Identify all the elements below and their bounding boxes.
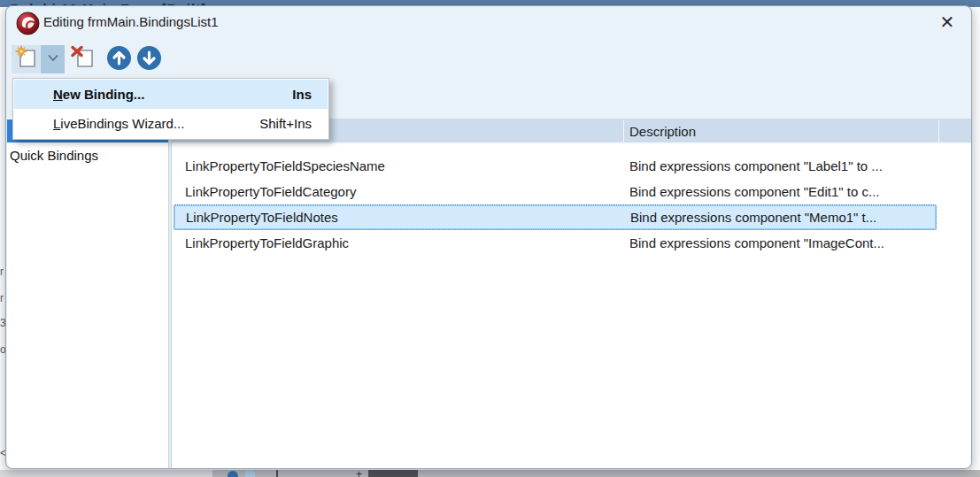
move-down-button[interactable] (135, 45, 162, 73)
bindings-list-panel: Description LinkPropertyToFieldSpeciesNa… (172, 119, 971, 468)
binding-row[interactable]: LinkPropertyToFieldCategory Bind express… (174, 179, 937, 204)
menu-item-label: New Binding... (53, 87, 144, 102)
screen: Delphi 10 Main Form [Built] r r 3 o < + (0, 0, 980, 477)
binding-row[interactable]: LinkPropertyToFieldSpeciesName Bind expr… (174, 153, 937, 179)
arrow-down-circle-icon (136, 45, 162, 74)
bindings-list-editor-dialog: Editing frmMain.BindingsList1 ✕ (5, 5, 972, 469)
taskbar-glyph-fragment: + (356, 470, 365, 477)
binding-name: LinkPropertyToFieldGraphic (185, 230, 349, 256)
background-text-fragment: r (0, 265, 4, 278)
binding-row[interactable]: LinkPropertyToFieldGraphic Bind expressi… (174, 230, 937, 256)
menu-item-livebindings-wizard[interactable]: LiveBindings Wizard... Shift+Ins (14, 109, 328, 138)
dialog-titlebar[interactable]: Editing frmMain.BindingsList1 ✕ (6, 6, 971, 42)
menu-item-new-binding[interactable]: New Binding... Ins (14, 80, 328, 109)
dialog-title: Editing frmMain.BindingsList1 (43, 14, 219, 29)
new-binding-button[interactable] (12, 45, 41, 73)
binding-name: LinkPropertyToFieldCategory (185, 179, 356, 204)
column-separator[interactable] (938, 120, 939, 142)
taskbar-app-icon (228, 471, 238, 477)
binding-name: LinkPropertyToFieldNotes (186, 205, 338, 229)
new-binding-dropdown-button[interactable] (41, 45, 65, 73)
taskbar-divider (276, 470, 278, 477)
taskbar-dark-segment (368, 470, 418, 477)
delphi-app-icon (16, 12, 40, 35)
categories-panel: Quick Bindings (7, 119, 168, 468)
binding-row-selected[interactable]: LinkPropertyToFieldNotes Bind expression… (174, 204, 937, 230)
binding-description: Bind expressions component "Label1" to .… (629, 153, 883, 179)
taskbar-light-segment (0, 470, 212, 477)
delete-page-icon (70, 45, 96, 73)
new-page-star-icon (14, 45, 39, 73)
menu-shortcut: Ins (292, 87, 312, 102)
toolbar (6, 43, 971, 77)
delete-binding-button[interactable] (67, 45, 98, 73)
background-taskbar-strip: + (0, 470, 980, 477)
category-item-quick-bindings[interactable]: Quick Bindings (10, 145, 166, 166)
new-binding-dropdown-menu: New Binding... Ins LiveBindings Wizard..… (12, 78, 329, 140)
binding-description: Bind expressions component "Memo1" t... (630, 205, 876, 229)
menu-shortcut: Shift+Ins (259, 116, 312, 131)
close-icon[interactable]: ✕ (936, 11, 959, 34)
binding-description: Bind expressions component "Edit1" to c.… (629, 179, 879, 204)
background-text-fragment: r (0, 292, 4, 304)
taskbar-app-icon (245, 471, 255, 477)
binding-name: LinkPropertyToFieldSpeciesName (185, 153, 385, 179)
column-header-description[interactable]: Description (629, 119, 696, 144)
move-up-button[interactable] (105, 45, 132, 73)
menu-item-label: LiveBindings Wizard... (53, 116, 184, 131)
column-separator[interactable] (623, 120, 624, 142)
binding-description: Bind expressions component "ImageCont... (629, 230, 884, 256)
arrow-up-circle-icon (106, 45, 132, 74)
chevron-down-icon (46, 50, 60, 68)
